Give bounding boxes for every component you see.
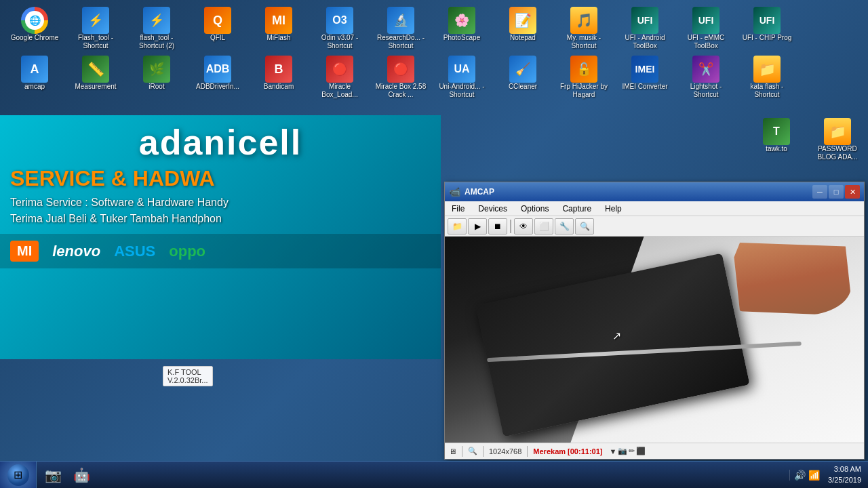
desktop-icon-ufi-chip[interactable]: UFI UFI - CHIP Prog bbox=[736, 4, 797, 53]
ufi-emmc-label: UFI - eMMC ToolBox bbox=[677, 34, 734, 50]
status-sep-3 bbox=[527, 446, 528, 457]
odin-icon: O3 bbox=[326, 7, 353, 34]
window-toolbar: 📁 ▶ ⏹ 👁 ⬜ 🔧 🔍 bbox=[445, 216, 864, 237]
notepad-icon: 📝 bbox=[509, 7, 536, 34]
desktop-icon-uni-android[interactable]: UA Uni-Android... - Shortcut bbox=[431, 53, 492, 102]
taskbar-time: 3:08 AM bbox=[828, 464, 861, 474]
desktop-icon-chrome[interactable]: 🌐 Google Chrome bbox=[4, 4, 65, 53]
miflash-label: MiFlash bbox=[267, 34, 290, 42]
desktop-icon-flash-tool[interactable]: ⚡ Flash_tool - Shortcut bbox=[65, 4, 126, 53]
menu-help[interactable]: Help bbox=[601, 203, 626, 214]
miracle-crack-icon: 🔴 bbox=[387, 56, 414, 83]
recording-dropdown[interactable]: ▼ bbox=[609, 447, 616, 455]
desktop-icon-miflash[interactable]: MI MiFlash bbox=[248, 4, 309, 53]
window-title: AMCAP bbox=[465, 187, 808, 197]
desktop-icon-musik[interactable]: 🎵 My. musik - Shortcut bbox=[553, 4, 614, 53]
desktop-icon-odin[interactable]: O3 Odin v3.07 - Shortcut bbox=[309, 4, 370, 53]
status-monitor-icon: 🖥 bbox=[449, 447, 456, 455]
amcap-label: amcap bbox=[24, 83, 45, 91]
flash-tool-icon: ⚡ bbox=[82, 7, 109, 34]
desktop-icon-researchdo[interactable]: 🔬 ResearchDo... - Shortcut bbox=[370, 4, 431, 53]
taskbar-date: 3/25/2019 bbox=[828, 475, 861, 485]
icon-row-3-right: T tawk.to 📁 PASSWORD BLOG ADA... bbox=[746, 115, 868, 164]
window-statusbar: 🖥 🔍 1024x768 Merekam [00:11:01] ▼ 📷 ✏ ⬛ bbox=[445, 443, 864, 459]
desktop-icon-password-blog[interactable]: 📁 PASSWORD BLOG ADA... bbox=[807, 115, 868, 164]
toolbar-open-btn[interactable]: 📁 bbox=[448, 218, 467, 235]
chrome-icon: 🌐 bbox=[21, 7, 48, 34]
photoscape-icon: 🌸 bbox=[448, 7, 475, 34]
maximize-button[interactable]: □ bbox=[829, 185, 844, 199]
desktop-icon-flash-tool-2[interactable]: ⚡ flash_tool - Shortcut (2) bbox=[126, 4, 187, 53]
desktop-icon-kata-flash[interactable]: 📁 kata flash - Shortcut bbox=[736, 53, 797, 102]
taskbar: ⊞ 📷 🤖 🔊 📶 3:08 AM 3/25/2019 bbox=[0, 461, 868, 488]
start-button[interactable]: ⊞ bbox=[0, 462, 37, 489]
toolbar-view-btn[interactable]: 👁 bbox=[514, 218, 533, 235]
amcap-window-icon: 📹 bbox=[449, 186, 460, 197]
toolbar-settings-btn[interactable]: 🔧 bbox=[555, 218, 574, 235]
windows-logo: ⊞ bbox=[14, 468, 22, 481]
desktop-icon-miracle-load[interactable]: 🔴 Miracle Box_Load... bbox=[309, 53, 370, 102]
desktop-icon-photoscape[interactable]: 🌸 PhotoScape bbox=[431, 4, 492, 53]
desktop-icon-ccleaner[interactable]: 🧹 CCleaner bbox=[492, 53, 553, 102]
desktop-icon-frp[interactable]: 🔓 Frp HiJacker by Hagard bbox=[553, 53, 614, 102]
lightshot-icon: ✂️ bbox=[692, 56, 719, 83]
brand-oppo: oppo bbox=[169, 243, 205, 260]
desktop-icon-iroot[interactable]: 🌿 iRoot bbox=[126, 53, 187, 102]
desktop-icon-adbdriver[interactable]: ADB ADBDriverIn... bbox=[187, 53, 248, 102]
adbdriver-icon: ADB bbox=[204, 56, 231, 83]
amcap-icon: A bbox=[21, 56, 48, 83]
tray-volume-icon[interactable]: 🔊 bbox=[794, 470, 806, 481]
kata-flash-label: kata flash - Shortcut bbox=[738, 83, 795, 99]
desktop: 🌐 Google Chrome ⚡ Flash_tool - Shortcut … bbox=[0, 0, 868, 488]
menu-capture[interactable]: Capture bbox=[558, 203, 595, 214]
taskbar-android-btn[interactable]: 🤖 bbox=[68, 463, 95, 487]
desktop-icon-miracle-crack[interactable]: 🔴 Miracle Box 2.58 Crack ... bbox=[370, 53, 431, 102]
desktop-icon-notepad[interactable]: 📝 Notepad bbox=[492, 4, 553, 53]
recording-stop-btn[interactable]: ⬛ bbox=[636, 447, 646, 455]
researchdo-icon: 🔬 bbox=[387, 7, 414, 34]
status-sep-1 bbox=[462, 446, 462, 457]
menu-devices[interactable]: Devices bbox=[474, 203, 511, 214]
uni-android-icon: UA bbox=[448, 56, 475, 83]
ccleaner-label: CCleaner bbox=[509, 83, 537, 91]
menu-file[interactable]: File bbox=[448, 203, 469, 214]
desktop-icon-ufi-android[interactable]: UFI UFI - Android ToolBox bbox=[614, 4, 675, 53]
taskbar-clock[interactable]: 3:08 AM 3/25/2019 bbox=[828, 464, 861, 485]
desktop-icon-ufi-emmc[interactable]: UFI UFI - eMMC ToolBox bbox=[675, 4, 736, 53]
desktop-icon-tawk[interactable]: T tawk.to bbox=[746, 115, 807, 164]
frp-label: Frp HiJacker by Hagard bbox=[555, 83, 612, 99]
miflash-icon: MI bbox=[265, 7, 292, 34]
toolbar-stop-btn[interactable]: ⏹ bbox=[488, 218, 507, 235]
ufi-android-icon: UFI bbox=[631, 7, 658, 34]
brand-mi: MI bbox=[10, 241, 39, 262]
recording-pen-btn[interactable]: ✏ bbox=[629, 447, 635, 455]
recording-snapshot-btn[interactable]: 📷 bbox=[618, 447, 627, 455]
toolbar-zoom-btn[interactable]: 🔍 bbox=[575, 218, 594, 235]
kf-tool-tooltip: K.F TOOL V.2.0.32Br... bbox=[163, 366, 213, 386]
minimize-button[interactable]: ─ bbox=[812, 185, 827, 199]
musik-label: My. musik - Shortcut bbox=[555, 34, 612, 50]
desktop-icon-lightshot[interactable]: ✂️ Lightshot - Shortcut bbox=[675, 53, 736, 102]
taskbar-camera-btn[interactable]: 📷 bbox=[39, 463, 66, 487]
desktop-icon-amcap[interactable]: A amcap bbox=[4, 53, 65, 102]
toolbar-sep-1 bbox=[510, 220, 511, 233]
tray-network-icon[interactable]: 📶 bbox=[808, 470, 820, 481]
odin-label: Odin v3.07 - Shortcut bbox=[311, 34, 368, 50]
close-button[interactable]: ✕ bbox=[845, 185, 860, 199]
desktop-icon-qfil[interactable]: Q QFIL bbox=[187, 4, 248, 53]
menu-options[interactable]: Options bbox=[517, 203, 553, 214]
musik-icon: 🎵 bbox=[570, 7, 597, 34]
flash-tool-2-label: flash_tool - Shortcut (2) bbox=[128, 34, 185, 50]
desktop-icon-bandicam[interactable]: B Bandicam bbox=[248, 53, 309, 102]
notepad-label: Notepad bbox=[510, 34, 536, 42]
desktop-icon-imei[interactable]: IMEI IMEI Converter bbox=[614, 53, 675, 102]
window-titlebar[interactable]: 📹 AMCAP ─ □ ✕ bbox=[445, 182, 864, 201]
start-orb: ⊞ bbox=[7, 464, 29, 486]
toolbar-play-btn[interactable]: ▶ bbox=[468, 218, 487, 235]
toolbar-rect-btn[interactable]: ⬜ bbox=[534, 218, 553, 235]
desktop-icon-measurement[interactable]: 📏 Measurement bbox=[65, 53, 126, 102]
camera-content: ↗ bbox=[445, 237, 864, 443]
icon-row-1: 🌐 Google Chrome ⚡ Flash_tool - Shortcut … bbox=[4, 4, 797, 53]
taskbar-tray: 🔊 📶 3:08 AM 3/25/2019 bbox=[783, 464, 868, 485]
ufi-emmc-icon: UFI bbox=[692, 7, 719, 34]
